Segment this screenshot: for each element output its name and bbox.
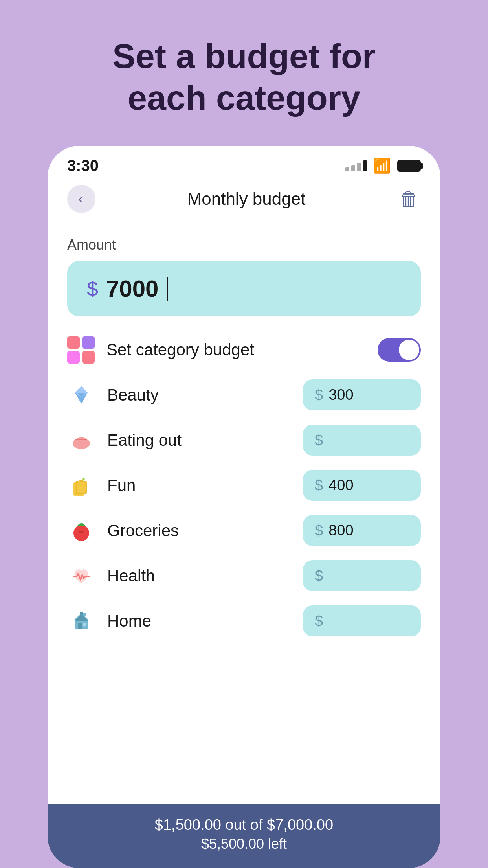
nav-title: Monthly budget (187, 189, 306, 209)
phone-frame: 3:30 📶 ‹ Monthly budget 🗑 Amount $ 7000 (48, 146, 440, 868)
category-grid-icon (67, 336, 95, 364)
wifi-icon: 📶 (373, 158, 391, 174)
status-bar: 3:30 📶 (48, 146, 440, 181)
svg-rect-12 (78, 623, 82, 629)
fun-icon (67, 471, 95, 500)
back-button[interactable]: ‹ (67, 185, 95, 213)
health-budget-input[interactable]: $ (303, 560, 421, 591)
category-name-groceries: Groceries (107, 521, 291, 540)
category-toggle-row: Set category budget (67, 336, 421, 364)
dollar-sign: $ (315, 386, 323, 403)
category-toggle-label: Set category budget (106, 340, 366, 359)
category-name-home: Home (107, 612, 291, 631)
content-area: Amount $ 7000 Set category budget (48, 221, 440, 804)
bottom-bar-line2: $5,500.00 left (67, 836, 421, 852)
home-icon (67, 607, 95, 635)
category-name-beauty: Beauty (107, 386, 291, 405)
beauty-budget-input[interactable]: $ 300 (303, 379, 421, 410)
eating-out-budget-input[interactable]: $ (303, 425, 421, 456)
svg-point-7 (83, 478, 84, 480)
category-name-eating-out: Eating out (107, 431, 291, 450)
bottom-bar-line1: $1,500.00 out of $7,000.00 (67, 817, 421, 833)
signal-icon (345, 160, 367, 171)
status-time: 3:30 (67, 157, 99, 175)
category-toggle-switch[interactable] (378, 338, 421, 362)
eating-out-icon (67, 426, 95, 454)
category-name-health: Health (107, 566, 291, 585)
battery-icon (397, 160, 421, 172)
delete-button[interactable]: 🗑 (397, 186, 421, 212)
health-icon (67, 562, 95, 590)
dollar-sign: $ (315, 522, 323, 539)
groceries-value: 800 (328, 522, 353, 539)
dollar-sign: $ (315, 477, 323, 494)
beauty-icon (67, 381, 95, 409)
svg-rect-15 (80, 612, 83, 616)
toggle-knob (399, 340, 419, 360)
groceries-icon (67, 517, 95, 545)
groceries-budget-input[interactable]: $ 800 (303, 515, 421, 546)
svg-point-16 (83, 613, 86, 617)
text-cursor (167, 277, 168, 301)
fun-value: 400 (328, 477, 353, 494)
category-name-fun: Fun (107, 476, 291, 495)
back-chevron-icon: ‹ (78, 191, 83, 207)
list-item: Fun $ 400 (67, 470, 421, 501)
list-item: Home $ (67, 605, 421, 636)
list-item: Health $ (67, 560, 421, 591)
home-budget-input[interactable]: $ (303, 605, 421, 636)
list-item: Groceries $ 800 (67, 515, 421, 546)
amount-dollar-sign: $ (87, 277, 98, 301)
dollar-sign: $ (315, 567, 323, 584)
dollar-sign: $ (315, 612, 323, 629)
fun-budget-input[interactable]: $ 400 (303, 470, 421, 501)
nav-bar: ‹ Monthly budget 🗑 (48, 181, 440, 221)
beauty-value: 300 (328, 386, 353, 403)
list-item: Beauty $ 300 (67, 379, 421, 410)
amount-label: Amount (67, 237, 421, 253)
list-item: Eating out $ (67, 425, 421, 456)
bottom-bar: $1,500.00 out of $7,000.00 $5,500.00 lef… (48, 804, 440, 868)
dollar-sign: $ (315, 432, 323, 449)
status-icons: 📶 (345, 158, 421, 174)
svg-rect-13 (83, 623, 86, 626)
amount-value: 7000 (106, 275, 158, 302)
page-title: Set a budget for each category (67, 35, 421, 118)
amount-input-box[interactable]: $ 7000 (67, 261, 421, 316)
